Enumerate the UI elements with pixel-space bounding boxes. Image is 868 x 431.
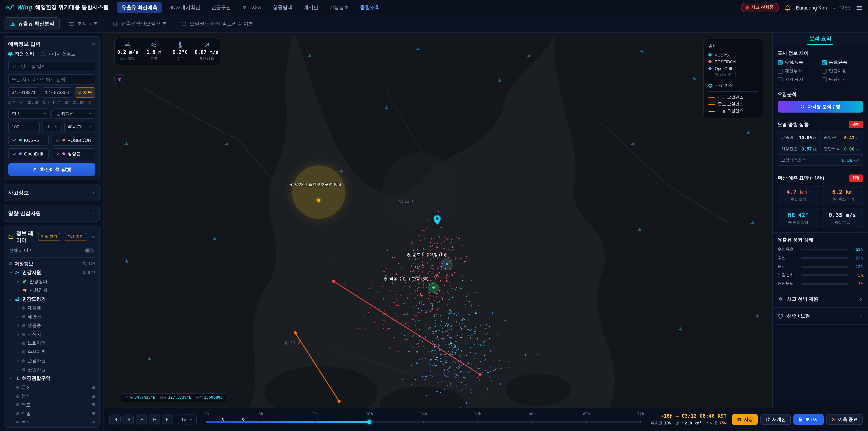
layer-dot-icon [16,395,20,398]
step-back-button[interactable] [123,414,134,425]
skip-end-button[interactable] [162,414,173,425]
longitude-input[interactable] [41,87,72,98]
display-check-5[interactable]: 날씨시간 [822,77,863,83]
layer-tree-item-14[interactable]: 군산 [8,383,95,392]
model-chip-3[interactable]: 앙상블 [52,148,95,159]
latitude-input[interactable] [8,87,39,98]
layer-tree-item-3[interactable]: 사회경제 [8,286,95,295]
timeline-handle[interactable] [367,420,371,424]
heart-icon [222,418,226,422]
layer-tree-item-0[interactable]: 어장정보17,129 [8,259,95,268]
nav-item-5[interactable]: 게시판 [299,2,323,13]
action-button-3[interactable]: 예측 종료 [827,414,863,425]
layer-tree-item-5[interactable]: 계절별 [8,304,95,312]
model-chip-2[interactable]: OpenDrift [8,148,49,159]
tab-1[interactable]: 분석 목록 [63,17,103,30]
hamburger-icon [856,4,863,11]
tab-0[interactable]: 유출유 확산분석 [4,17,60,30]
run-prediction-button[interactable]: 확산예측 실행 [8,163,95,176]
layer-tree-item-8[interactable]: 서식지 [8,330,95,339]
layer-tree: 어장정보17,129민감자원3,947환경생태사회경제민감도평가계절별해안선생물… [8,259,95,423]
input-mode-radio-0[interactable]: 직접 입력 [8,51,34,57]
timeline-track[interactable] [207,421,641,423]
display-check-3[interactable]: 민감자원 [822,68,863,74]
model-chip-0[interactable]: KOSPS [8,135,49,146]
release-type-select[interactable]: 연속 [8,109,51,119]
notifications-bell[interactable] [784,3,790,11]
action-button-0[interactable]: 저장 [732,414,758,425]
fast-forward-button[interactable] [149,414,160,425]
incident-pin[interactable] [431,214,443,227]
map-canvas[interactable]: 여수시화양면 여자만 습지보호구역 (6h) 종포 해수욕장 (1h)국동 수협… [104,33,772,407]
model-dot-icon [62,152,65,155]
spill-amount-input[interactable] [8,122,39,132]
incident-status-badge[interactable]: 사고 진행중 [741,3,779,12]
polygon-analysis-button[interactable]: 다각형 분석수행 [778,101,863,113]
map-tool-button[interactable] [114,74,124,84]
layer-label: 계절별 [28,305,41,311]
display-check-0[interactable]: 유향/유속 [778,60,819,65]
tab-2[interactable]: 유출유확산모델 이론 [107,17,172,30]
layer-tree-item-4[interactable]: 민감도평가 [8,295,95,304]
play-button[interactable] [135,414,147,425]
display-check-2[interactable]: 해안부착 [778,68,819,74]
unit-select[interactable]: kL [42,122,62,132]
nav-item-7[interactable]: 통합조회 [355,2,384,13]
incident-name-input[interactable] [8,61,95,71]
menu-hamburger[interactable] [856,3,863,11]
layer-tree-item-11[interactable]: 관광자원 [8,357,95,365]
layer-label: 어장정보 [14,261,33,267]
pick-on-map-button[interactable]: 지도 [74,87,95,98]
layer-tree-item-7[interactable]: 생물종 [8,321,95,330]
caretR-icon [16,341,20,345]
impact-resources-section[interactable]: 영향 민감자원 [4,205,100,222]
timeline-ruler[interactable]: 0h6h12h18h24h36h48h60h72h [207,411,641,428]
tab-3[interactable]: 오일펜스 배치 알고리즘 이론 [176,17,258,30]
layer-tree-item-1[interactable]: 민감자원3,947 [8,268,95,277]
user-name[interactable]: Eunjeong Kim [796,5,827,10]
oil-fence[interactable] [293,331,341,403]
layer-tree-item-15[interactable]: 동해 [8,392,95,400]
prediction-input-header[interactable]: 예측정보 입력 [8,41,95,48]
layer-tree-item-9[interactable]: 보호지역 [8,339,95,348]
layer-label: 관광자원 [28,358,46,364]
display-check-1[interactable]: 풍향/풍속 [822,60,863,65]
oil-type-select[interactable]: 벙커C유 [53,109,95,119]
layer-tree-item-12[interactable]: 산업자원 [8,365,95,374]
logout-link[interactable]: 로그아웃 [832,4,850,11]
layer-tree-item-10[interactable]: 수산자원 [8,348,95,357]
layers-all-on-button[interactable]: 전체 켜기 [38,233,60,241]
display-check-4[interactable]: 시간 표시 [778,77,819,83]
layer-tree-item-16[interactable]: 목포 [8,400,95,409]
forecast-cards: 4.7 km²확산 면적6.2 km최대 확산 거리NE 42°주 확산 방향0… [778,185,863,228]
nav-item-1[interactable]: HNS·대기확산 [164,2,205,13]
accident-info-section[interactable]: 사고정보 [4,184,100,201]
incident-dot-icon [746,6,749,9]
input-mode-radio-1[interactable]: 이미지 업로드 [41,51,76,57]
master-layer-toggle[interactable] [85,248,94,253]
layer-tree-item-6[interactable]: 해안선 [8,312,95,321]
layers-all-off-button[interactable]: 전체 끄기 [64,233,86,241]
duration-select[interactable]: 48시간 [64,122,95,132]
model-chip-1[interactable]: POSEIDON [52,135,95,146]
nav-item-0[interactable]: 유출유 확산예측 [117,2,162,13]
event-marker-heart-icon[interactable] [222,415,226,423]
nav-item-2[interactable]: 긴급구난 [207,2,236,13]
nav-item-6[interactable]: 기상정보 [325,2,354,13]
summary-section-1[interactable]: 선주 / 보험 [773,308,868,325]
event-marker-heart-icon[interactable] [241,415,246,423]
layer-tree-item-2[interactable]: 환경생태 [8,277,95,286]
nav-item-4[interactable]: 항공탐색 [268,2,297,13]
chevron-down-icon [54,125,58,129]
playback-speed-select[interactable]: 1× [178,414,197,425]
action-button-1[interactable]: 재계산 [761,414,791,425]
nav-item-3[interactable]: 보고자료 [238,2,267,13]
layer-tree-item-13[interactable]: 해경관할구역 [8,374,95,383]
action-button-2[interactable]: 보고서 [794,414,824,425]
layer-tree-item-18[interactable]: 부산 [8,418,95,423]
skip-start-button[interactable] [110,414,121,425]
layer-tree-item-17[interactable]: 보령 [8,409,95,418]
summary-section-0[interactable]: 사고 선박 제원 [773,291,868,308]
incident-list-input[interactable] [8,74,95,85]
oil-fence[interactable] [332,280,482,376]
